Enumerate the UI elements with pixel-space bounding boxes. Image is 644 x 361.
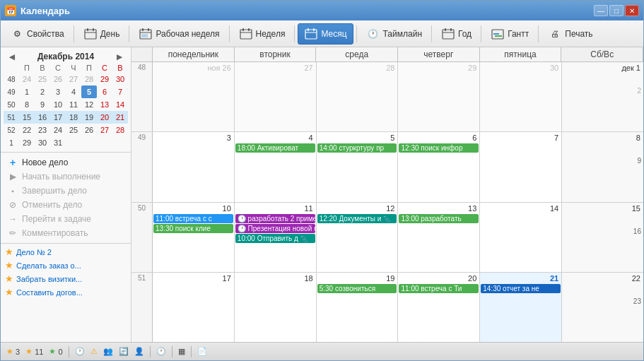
mini-cal-day[interactable]: 12 [81,98,97,111]
mini-cal-day[interactable] [66,136,81,149]
print-button[interactable]: 🖨 Печать [541,23,599,45]
calendar-event[interactable]: 14:00 стуркртуру пр [317,143,397,153]
mini-cal-day[interactable]: 8 [19,98,35,111]
mini-cal-day[interactable]: 9 [35,98,50,111]
gantt-button[interactable]: Гантт [484,23,535,45]
mini-cal-day[interactable]: 29 [19,136,35,149]
mini-cal-day[interactable]: 14 [112,98,128,111]
mini-cal-day[interactable]: 4 [66,85,81,98]
list-item[interactable]: ★ Дело № 2 [2,245,129,259]
mini-cal-day[interactable]: 21 [112,111,128,124]
mini-cal-day[interactable]: 3 [50,85,66,98]
calendar-event[interactable]: 12:20 Документы и 📎 [317,214,397,223]
calendar-day-6[interactable]: 6 12:30 поиск инфор [398,132,480,201]
calendar-day-20[interactable]: 20 11:00 встреча с Ти [398,273,480,342]
calendar-event[interactable]: 12:30 поиск инфор [399,143,479,153]
mini-cal-day[interactable]: 25 [35,73,50,85]
minimize-button[interactable]: — [594,5,608,16]
close-button[interactable]: ✕ [625,5,639,16]
calendar-event[interactable]: 5:30 созвониться [317,284,397,293]
calendar-day-10[interactable]: 10 11:00 встреча с с 13:30 поиск клие [153,203,235,272]
mini-cal-day[interactable]: 7 [112,85,128,98]
calendar-day-22-23[interactable]: 22 23 [562,273,643,342]
calendar-day-nov27[interactable]: 27 [235,62,317,131]
calendar-day-4[interactable]: 4 18:00 Активироват [235,132,317,201]
properties-button[interactable]: ⚙ Свойства [4,23,71,45]
calendar-event-span2[interactable]: 🕐 Презентация новой продукции🕐 [235,224,315,233]
mini-cal-day[interactable]: 27 [66,73,81,85]
mini-cal-day[interactable]: 16 [35,111,50,124]
mini-cal-day[interactable]: 30 [112,73,128,85]
calendar-day-7[interactable]: 7 [480,132,562,201]
timeline-button[interactable]: 🕐 Таймлайн [360,23,428,45]
calendar-day-3[interactable]: 3 [153,132,235,201]
list-item[interactable]: ★ Забрать визитки... [2,272,129,285]
mini-cal-day[interactable]: 11 [66,98,81,111]
list-item[interactable]: ★ Составить догов... [2,285,129,299]
mini-cal-day[interactable] [112,136,128,149]
day-button[interactable]: День [77,23,127,45]
calendar-event[interactable]: 14:30 отчет за не [481,284,561,293]
calendar-day-nov26[interactable]: ноя 26 [153,62,235,131]
mini-cal-day[interactable]: 27 [97,124,112,136]
calendar-day-21[interactable]: 21 14:30 отчет за не [480,273,562,342]
calendar-event[interactable]: 11:00 встреча с Ти [399,284,479,293]
week-button[interactable]: Неделя [233,23,292,45]
mini-cal-day[interactable] [81,136,97,149]
mini-cal-day[interactable]: 26 [81,124,97,136]
calendar-event[interactable]: 11:00 встреча с с [153,214,233,223]
mini-cal-day[interactable]: 18 [66,111,81,124]
mini-cal-day[interactable]: 20 [97,111,112,124]
calendar-event[interactable]: 13:30 поиск клие [153,224,233,233]
mini-cal-day[interactable]: 25 [66,124,81,136]
mini-cal-day[interactable]: 28 [81,73,97,85]
mini-cal-day[interactable]: 2 [35,85,50,98]
calendar-day-5[interactable]: 5 14:00 стуркртуру пр [317,132,399,201]
mini-cal-day[interactable]: 6 [97,85,112,98]
mini-cal-day[interactable]: 29 [97,73,112,85]
month-button[interactable]: Месяц [298,23,353,45]
calendar-day-17[interactable]: 17 [153,273,235,342]
goto-action[interactable]: → Перейти к задаче [5,212,127,226]
mini-cal-day[interactable]: 30 [35,136,50,149]
maximize-button[interactable]: □ [609,5,623,16]
calendar-event[interactable]: 13:00 разработать [399,214,479,223]
mini-cal-day[interactable]: 31 [50,136,66,149]
calendar-day-19[interactable]: 19 5:30 созвониться [317,273,399,342]
mini-cal-day[interactable]: 22 [19,124,35,136]
comment-action[interactable]: ✏ Комментировать [5,226,127,240]
prev-month-button[interactable]: ◀ [6,53,18,61]
mini-cal-day-today[interactable]: 5 [81,85,97,98]
year-button[interactable]: Год [435,23,478,45]
calendar-day-nov29[interactable]: 29 [398,62,480,131]
cancel-action[interactable]: ⊘ Отменить дело [5,198,127,212]
mini-cal-day[interactable]: 13 [97,98,112,111]
start-action[interactable]: ▶ Начать выполнение [5,170,127,184]
calendar-day-8-9[interactable]: 8 9 [562,132,643,201]
calendar-day-dec1[interactable]: дек 1 2 [562,62,643,131]
mini-cal-day[interactable]: 1 [19,85,35,98]
mini-cal-day[interactable]: 19 [81,111,97,124]
calendar-event-span[interactable]: 🕐 разработать 2 примера дизайна🕐 [235,214,315,223]
mini-cal-day[interactable] [97,136,112,149]
calendar-day-13[interactable]: 13 13:00 разработать [398,203,480,272]
calendar-day-14[interactable]: 14 [480,203,562,272]
work-week-button[interactable]: Рабочая неделя [132,23,226,45]
new-task-action[interactable]: + Новое дело [5,155,127,170]
calendar-event[interactable]: 10:00 Отправить д 📎 [235,234,315,243]
mini-cal-day[interactable]: 24 [19,73,35,85]
mini-cal-day[interactable]: 23 [35,124,50,136]
calendar-event[interactable]: 18:00 Активироват [235,143,315,153]
calendar-day-18[interactable]: 18 [235,273,317,342]
mini-cal-day[interactable]: 26 [50,73,66,85]
mini-cal-day[interactable]: 28 [112,124,128,136]
calendar-day-11[interactable]: 11 🕐 разработать 2 примера дизайна🕐 🕐 Пр… [235,203,317,272]
next-month-button[interactable]: ▶ [114,53,125,61]
calendar-day-15-16[interactable]: 15 16 [562,203,643,272]
mini-cal-day[interactable]: 10 [50,98,66,111]
mini-cal-day[interactable]: 24 [50,124,66,136]
calendar-day-nov30[interactable]: 30 [480,62,562,131]
mini-cal-day[interactable]: 15 [19,111,35,124]
calendar-day-nov28[interactable]: 28 [317,62,399,131]
mini-cal-day[interactable]: 17 [50,111,66,124]
